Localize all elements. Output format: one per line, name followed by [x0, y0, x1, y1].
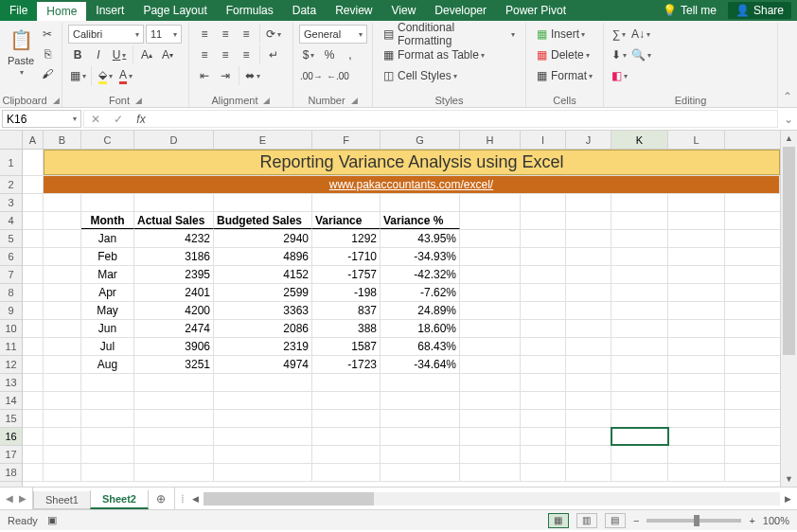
cell-L3[interactable] — [668, 194, 725, 211]
row-header-16[interactable]: 16 — [0, 428, 22, 446]
data-cell[interactable]: 4152 — [214, 266, 312, 283]
decrease-indent-button[interactable]: ⇤ — [195, 66, 214, 85]
hscroll-thumb[interactable] — [204, 492, 374, 505]
cell-K18[interactable] — [611, 464, 668, 481]
data-cell[interactable]: 1587 — [312, 338, 381, 355]
select-all-button[interactable] — [0, 131, 22, 150]
cell[interactable] — [566, 230, 611, 247]
cell-L14[interactable] — [668, 392, 725, 409]
cell[interactable] — [611, 302, 668, 319]
cell[interactable] — [23, 230, 44, 247]
row-header-7[interactable]: 7 — [0, 266, 22, 284]
cell-C3[interactable] — [81, 194, 134, 211]
cell[interactable] — [668, 248, 725, 265]
cell-D17[interactable] — [134, 446, 214, 463]
row-header-12[interactable]: 12 — [0, 356, 22, 374]
cell[interactable] — [566, 248, 611, 265]
cell-G14[interactable] — [381, 392, 460, 409]
tab-data[interactable]: Data — [283, 0, 326, 21]
cell-K15[interactable] — [611, 410, 668, 427]
collapse-ribbon-button[interactable]: ⌃ — [778, 23, 797, 107]
sheet-nav-prev-icon[interactable]: ◀ — [6, 493, 13, 504]
cell-K13[interactable] — [611, 374, 668, 391]
cell-A15[interactable] — [23, 410, 44, 427]
currency-button[interactable]: $▾ — [299, 45, 318, 64]
sheet-nav-next-icon[interactable]: ▶ — [19, 493, 27, 504]
data-cell[interactable]: Apr — [81, 284, 134, 301]
scroll-left-icon[interactable]: ◀ — [188, 494, 204, 504]
row-header-6[interactable]: 6 — [0, 248, 22, 266]
cell-E17[interactable] — [214, 446, 312, 463]
scroll-down-icon[interactable]: ▼ — [781, 471, 797, 487]
conditional-formatting-button[interactable]: ▤Conditional Formatting▾ — [379, 25, 520, 44]
cell-B14[interactable] — [44, 392, 81, 409]
cell-F18[interactable] — [312, 464, 381, 481]
autosum-button[interactable]: ∑▾ — [610, 25, 629, 44]
link-banner[interactable]: www.pakaccountants.com/excel/ — [44, 176, 780, 193]
dialog-launcher-icon[interactable]: ◢ — [135, 96, 142, 105]
data-cell[interactable]: 2395 — [134, 266, 214, 283]
cell-F13[interactable] — [312, 374, 381, 391]
cell-A16[interactable] — [23, 428, 44, 445]
data-cell[interactable]: 4896 — [214, 248, 312, 265]
cell-styles-button[interactable]: ◫Cell Styles▾ — [379, 66, 520, 85]
column-header-K[interactable]: K — [611, 131, 668, 149]
page-layout-view-button[interactable]: ▥ — [576, 513, 597, 528]
align-right-button[interactable]: ≡ — [237, 45, 256, 64]
number-format-combo[interactable]: General▾ — [299, 25, 367, 44]
cell[interactable] — [23, 150, 44, 175]
cell[interactable] — [668, 338, 725, 355]
cell-L16[interactable] — [668, 428, 725, 445]
data-cell[interactable]: -1757 — [312, 266, 381, 283]
row-header-5[interactable]: 5 — [0, 230, 22, 248]
cell[interactable] — [44, 338, 81, 355]
cell-A13[interactable] — [23, 374, 44, 391]
cell-A18[interactable] — [23, 464, 44, 481]
increase-decimal-button[interactable]: .00→ — [299, 66, 324, 85]
format-cells-button[interactable]: ▦Format▾ — [532, 66, 597, 85]
sort-filter-button[interactable]: A↓▾ — [630, 25, 651, 44]
cell[interactable] — [521, 356, 566, 373]
column-header-C[interactable]: C — [81, 131, 134, 149]
data-cell[interactable]: -1710 — [312, 248, 381, 265]
row-header-2[interactable]: 2 — [0, 176, 22, 194]
cell-F15[interactable] — [312, 410, 381, 427]
data-cell[interactable]: May — [81, 302, 134, 319]
cell-K17[interactable] — [611, 446, 668, 463]
row-header-13[interactable]: 13 — [0, 374, 22, 392]
zoom-in-button[interactable]: + — [749, 515, 754, 526]
cell[interactable] — [521, 266, 566, 283]
italic-button[interactable]: I — [89, 45, 108, 64]
vertical-scrollbar[interactable]: ▲ ▼ — [780, 131, 797, 487]
cell-I17[interactable] — [521, 446, 566, 463]
row-header-4[interactable]: 4 — [0, 212, 22, 230]
tab-review[interactable]: Review — [326, 0, 381, 21]
cell-I3[interactable] — [521, 194, 566, 211]
data-cell[interactable]: 837 — [312, 302, 381, 319]
cell-F3[interactable] — [312, 194, 381, 211]
data-cell[interactable]: -198 — [312, 284, 381, 301]
table-header[interactable]: Variance % — [381, 212, 460, 229]
table-header[interactable]: Budgeted Sales — [214, 212, 312, 229]
cut-button[interactable]: ✂ — [38, 25, 57, 44]
cell-J17[interactable] — [566, 446, 611, 463]
cell[interactable] — [521, 212, 566, 229]
cell[interactable] — [44, 248, 81, 265]
tab-power-pivot[interactable]: Power Pivot — [496, 0, 576, 21]
cell[interactable] — [23, 212, 44, 229]
cell-K16[interactable] — [611, 428, 668, 445]
cell-G18[interactable] — [381, 464, 460, 481]
data-cell[interactable]: 3906 — [134, 338, 214, 355]
cell[interactable] — [44, 320, 81, 337]
decrease-font-button[interactable]: A▾ — [158, 45, 177, 64]
cell-C13[interactable] — [81, 374, 134, 391]
cell-L15[interactable] — [668, 410, 725, 427]
zoom-out-button[interactable]: − — [633, 515, 639, 526]
data-cell[interactable]: 2401 — [134, 284, 214, 301]
cell-J13[interactable] — [566, 374, 611, 391]
column-header-G[interactable]: G — [381, 131, 460, 149]
cell[interactable] — [23, 338, 44, 355]
cell-G13[interactable] — [381, 374, 460, 391]
cell[interactable] — [521, 320, 566, 337]
cell-G15[interactable] — [381, 410, 460, 427]
